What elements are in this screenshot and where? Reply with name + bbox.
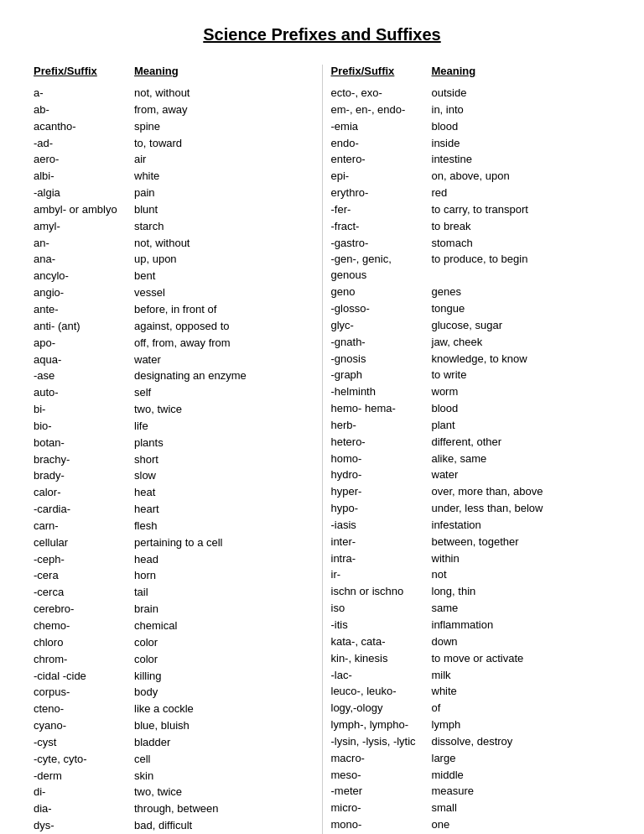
prefix-text: erythro- (331, 185, 432, 201)
prefix-text: macro- (331, 751, 432, 767)
meaning-text: same (432, 601, 603, 617)
list-item: calor- heat (34, 485, 305, 501)
list-item: -fract- to break (331, 219, 603, 235)
prefix-text: ischn or ischno (331, 584, 432, 600)
meaning-text: plant (432, 418, 603, 434)
prefix-text: chemo- (34, 618, 134, 634)
list-item: ante- before, in front of (34, 302, 305, 318)
prefix-text: inter- (331, 534, 432, 550)
list-item: corpus- body (34, 685, 305, 701)
prefix-text: -cyst (34, 735, 134, 751)
meaning-text: not, without (134, 236, 305, 252)
column-divider (322, 65, 323, 834)
list-item: cerebro- brain (34, 602, 305, 618)
meaning-text: inflammation (432, 618, 603, 633)
prefix-text: anti- (ant) (34, 319, 134, 335)
meaning-text: down (432, 634, 603, 650)
main-content: Prefix/Suffix Meaning a- not, without ab… (34, 65, 610, 834)
list-item: kin-, kinesis to move or activate (331, 651, 603, 667)
prefix-text: brachy- (34, 452, 134, 468)
prefix-text: -meter (331, 784, 432, 800)
prefix-text: -cerca (34, 585, 134, 601)
prefix-text: epi- (331, 169, 432, 185)
right-entries-list: ecto-, exo- outside em-, en-, endo- in, … (331, 86, 603, 834)
meaning-text: outside (432, 86, 603, 102)
meaning-text: tongue (432, 301, 603, 317)
list-item: cellular pertaining to a cell (34, 535, 305, 551)
meaning-text: different, other (432, 435, 603, 451)
prefix-text: amyl- (34, 219, 134, 235)
list-item: -glosso- tongue (331, 301, 603, 317)
list-item: cyano- blue, bluish (34, 718, 305, 734)
list-item: -itis inflammation (331, 618, 603, 633)
prefix-text: geno (331, 284, 432, 300)
prefix-text: -itis (331, 618, 432, 633)
left-column-header: Prefix/Suffix Meaning (34, 65, 305, 77)
prefix-text: ir- (331, 567, 432, 583)
meaning-text: killing (134, 669, 305, 685)
list-item: aqua- water (34, 352, 305, 368)
list-item: em-, en-, endo- in, into (331, 102, 603, 118)
meaning-text: skin (134, 769, 305, 784)
prefix-text: -iasis (331, 518, 432, 534)
meaning-text: milk (432, 668, 603, 684)
meaning-text: like a cockle (134, 701, 305, 717)
meaning-text: heat (134, 485, 305, 501)
list-item: erythro- red (331, 185, 603, 201)
meaning-text: under, less than, below (432, 501, 603, 517)
prefix-text: -helminth (331, 384, 432, 400)
prefix-text: hemo- hema- (331, 401, 432, 417)
page-title: Science Prefixes and Suffixes (34, 25, 610, 44)
prefix-text: ancylo- (34, 268, 134, 284)
meaning-text: in, into (432, 102, 603, 118)
meaning-text: worm (432, 384, 603, 400)
list-item: -lac- milk (331, 668, 603, 684)
meaning-text: air (134, 152, 305, 168)
prefix-text: -algia (34, 185, 134, 201)
list-item: leuco-, leuko- white (331, 684, 603, 700)
list-item: amyl- starch (34, 219, 305, 235)
prefix-text: cteno- (34, 701, 134, 717)
prefix-text: cellular (34, 535, 134, 551)
right-meaning-header: Meaning (432, 65, 476, 77)
meaning-text: off, from, away from (134, 336, 305, 352)
meaning-text: up, upon (134, 252, 305, 268)
prefix-text: dys- (34, 818, 134, 834)
meaning-text: starch (134, 219, 305, 235)
meaning-text: chemical (134, 618, 305, 634)
prefix-text: mono- (331, 817, 432, 833)
prefix-text: di- (34, 784, 134, 800)
meaning-text: heart (134, 502, 305, 518)
list-item: cteno- like a cockle (34, 701, 305, 717)
prefix-text: hypo- (331, 501, 432, 517)
list-item: -cidal -cide killing (34, 669, 305, 685)
list-item: -graph to write (331, 367, 603, 383)
list-item: -iasis infestation (331, 518, 603, 534)
prefix-text: -graph (331, 367, 432, 383)
list-item: brachy- short (34, 452, 305, 468)
list-item: an- not, without (34, 236, 305, 252)
meaning-text: from, away (134, 102, 305, 118)
meaning-text: within (432, 551, 603, 567)
meaning-text: to write (432, 367, 603, 383)
list-item: chemo- chemical (34, 618, 305, 634)
list-item: a- not, without (34, 86, 305, 102)
meaning-text: head (134, 552, 305, 568)
prefix-text: botan- (34, 435, 134, 451)
prefix-text: -gastro- (331, 236, 432, 252)
list-item: anti- (ant) against, opposed to (34, 319, 305, 335)
prefix-text: acantho- (34, 119, 134, 135)
list-item: -helminth worm (331, 384, 603, 400)
list-item: ischn or ischno long, thin (331, 584, 603, 600)
list-item: dys- bad, difficult (34, 818, 305, 834)
prefix-text: brady- (34, 468, 134, 484)
meaning-text: bent (134, 268, 305, 284)
meaning-text: self (134, 385, 305, 401)
prefix-text: -gnath- (331, 335, 432, 351)
meaning-text: two, twice (134, 784, 305, 800)
prefix-text: chloro (34, 635, 134, 651)
prefix-text: albi- (34, 169, 134, 185)
meaning-text: white (432, 684, 603, 700)
prefix-text: -cera (34, 568, 134, 584)
prefix-text: glyc- (331, 318, 432, 334)
